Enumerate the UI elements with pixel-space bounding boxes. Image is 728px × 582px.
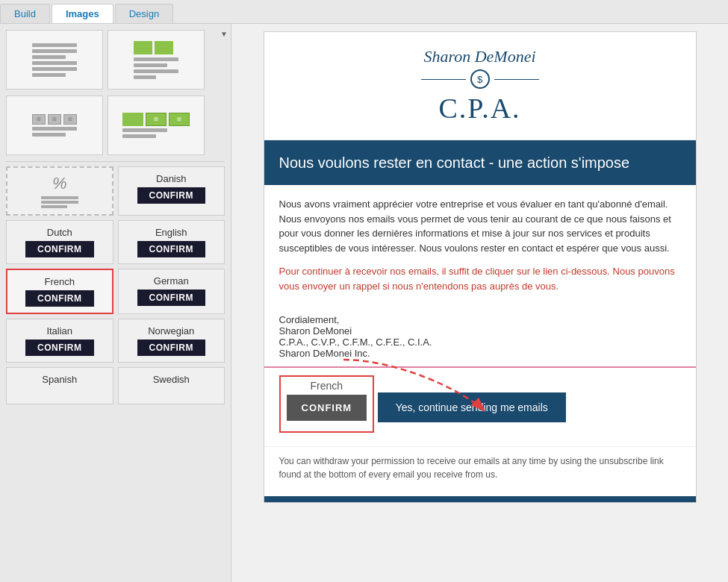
- spanish-card[interactable]: Spanish: [6, 367, 113, 404]
- logo-name: Sharon DeMonei: [279, 47, 681, 66]
- german-confirm-btn[interactable]: CONFIRM: [137, 290, 206, 306]
- lang-label: French: [287, 380, 367, 392]
- german-card[interactable]: German CONFIRM: [118, 269, 225, 314]
- german-label: German: [154, 275, 189, 287]
- template-thumb-1[interactable]: [6, 30, 103, 90]
- thumb-row-2: ⊞ ⊞ ⊞ ⊞ ⊞: [6, 96, 225, 155]
- tab-design[interactable]: Design: [115, 4, 173, 23]
- french-confirm-btn[interactable]: CONFIRM: [25, 290, 94, 307]
- danish-card[interactable]: Danish CONFIRM: [118, 166, 225, 216]
- cta-confirm-btn[interactable]: CONFIRM: [287, 395, 367, 421]
- danish-label: Danish: [156, 173, 186, 184]
- thumb-row-1: [6, 30, 225, 90]
- italian-card[interactable]: Italian CONFIRM: [6, 319, 113, 363]
- email-footer-text: You can withdraw your permission to rece…: [264, 446, 696, 496]
- tab-images[interactable]: Images: [52, 4, 113, 23]
- signer-company: Sharon DeMonei Inc.: [279, 348, 681, 359]
- french-label: French: [45, 276, 75, 287]
- confirm-highlight-box: French CONFIRM: [279, 375, 375, 433]
- email-title-bar: Nous voulons rester en contact - une act…: [264, 140, 696, 185]
- dollar-icon: $: [470, 69, 490, 89]
- body-para1: Nous avons vraiment apprécier votre entr…: [279, 197, 681, 255]
- spanish-label: Spanish: [42, 374, 77, 385]
- email-body: Nous avons vraiment apprécier votre entr…: [264, 185, 696, 314]
- dutch-confirm-btn[interactable]: CONFIRM: [25, 241, 94, 257]
- preview-panel: Sharon DeMonei $ C.P.A. Nous voulons res…: [231, 24, 728, 582]
- email-title: Nous voulons rester en contact - une act…: [279, 154, 630, 171]
- body-para2: Pour continuer à recevoir nos emails, il…: [279, 264, 681, 293]
- signer-creds: C.P.A., C.V.P., C.F.M., C.F.E., C.I.A.: [279, 337, 681, 348]
- english-card[interactable]: English CONFIRM: [118, 220, 225, 264]
- top-tabs: Build Images Design: [0, 0, 728, 24]
- email-footer-bar: [264, 496, 696, 502]
- email-header: Sharon DeMonei $ C.P.A.: [264, 32, 696, 140]
- signer-name: Sharon DeMonei: [279, 325, 681, 337]
- scroll-arrow: ▼: [220, 30, 228, 38]
- percent-icon: %: [52, 174, 67, 193]
- norwegian-card[interactable]: Norwegian CONFIRM: [118, 319, 225, 363]
- dutch-label: Dutch: [47, 227, 72, 238]
- yes-continue-btn[interactable]: Yes, continue sending me emails: [378, 392, 566, 422]
- french-card[interactable]: French CONFIRM: [6, 269, 113, 314]
- swedish-card[interactable]: Swedish: [118, 367, 225, 404]
- template-thumb-3[interactable]: ⊞ ⊞ ⊞: [6, 96, 103, 155]
- italian-label: Italian: [46, 325, 72, 337]
- norwegian-confirm-btn[interactable]: CONFIRM: [137, 340, 206, 356]
- swedish-label: Swedish: [153, 374, 190, 385]
- italian-confirm-btn[interactable]: CONFIRM: [25, 340, 94, 356]
- sidebar: ▼: [0, 24, 231, 582]
- english-label: English: [155, 227, 187, 238]
- language-grid: % Danish CONFIRM Dutch CONFIRM English C…: [6, 166, 225, 404]
- template-thumb-2[interactable]: [108, 30, 205, 90]
- email-preview: Sharon DeMonei $ C.P.A. Nous voulons res…: [264, 31, 697, 503]
- email-signature: Cordialement, Sharon DeMonei C.P.A., C.V…: [264, 314, 696, 366]
- cta-buttons: CONFIRM: [287, 395, 367, 421]
- norwegian-label: Norwegian: [148, 325, 194, 337]
- main-layout: ▼: [0, 24, 728, 582]
- percent-template-card[interactable]: %: [6, 166, 113, 216]
- greeting: Cordialement,: [279, 314, 681, 325]
- template-thumb-4[interactable]: ⊞ ⊞: [108, 96, 205, 155]
- english-confirm-btn[interactable]: CONFIRM: [137, 241, 206, 257]
- sidebar-divider-1: [6, 161, 225, 162]
- danish-confirm-btn[interactable]: CONFIRM: [137, 187, 206, 204]
- dutch-card[interactable]: Dutch CONFIRM: [6, 220, 113, 264]
- tab-build[interactable]: Build: [0, 4, 50, 23]
- email-cpa-title: C.P.A.: [279, 92, 681, 125]
- email-cta-area: French CONFIRM Yes, continue sending me …: [264, 368, 696, 446]
